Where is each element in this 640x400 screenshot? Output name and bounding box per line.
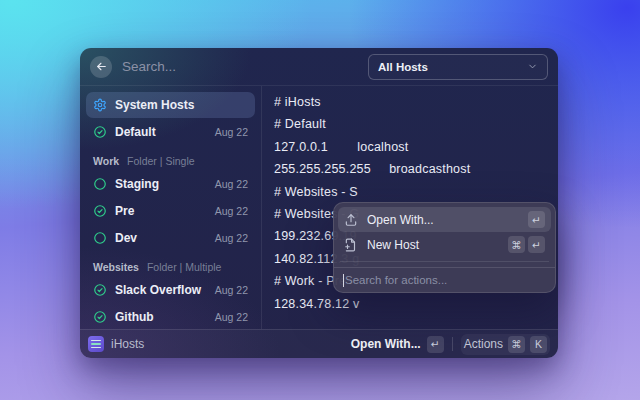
arrow-left-icon [95, 60, 108, 73]
check-circle-icon [93, 283, 107, 297]
item-date: Aug 22 [215, 311, 248, 323]
sidebar-section-header: Work Folder | Single [86, 146, 255, 171]
section-meta: Folder | Multiple [147, 261, 222, 273]
sidebar-item[interactable]: Staging Aug 22 [86, 171, 255, 197]
hosts-file-content: # iHosts# Default127.0.0.1 localhost255.… [262, 86, 558, 329]
open-with-button[interactable]: Open With... [351, 337, 421, 351]
upload-icon [344, 213, 358, 227]
item-date: Aug 22 [215, 178, 248, 190]
item-date: Aug 22 [215, 284, 248, 296]
hosts-line: 128.34.78.12 v [274, 297, 558, 319]
gear-icon [93, 98, 107, 112]
item-date: Aug 22 [215, 232, 248, 244]
key-↵: ↵ [528, 236, 545, 253]
key-return: ↵ [427, 336, 444, 353]
actions-menu: Open With... ↵ New Host ⌘↵ New Folder ⌘⇧… [333, 202, 556, 293]
section-label: Websites [93, 261, 139, 273]
title-bar: Search... All Hosts [80, 48, 558, 86]
key-k: K [530, 336, 547, 353]
hosts-filter-dropdown[interactable]: All Hosts [368, 54, 548, 80]
menu-separator [340, 261, 549, 262]
search-input[interactable]: Search... [122, 59, 358, 74]
menu-item[interactable]: Open With... ↵ [338, 207, 551, 232]
key-↵: ↵ [528, 211, 545, 228]
footer-bar: iHosts Open With... ↵ Actions ⌘ K [80, 329, 558, 358]
ihosts-app-icon [88, 336, 104, 352]
text-caret [343, 274, 344, 287]
sidebar-item[interactable]: Dev Aug 22 [86, 225, 255, 251]
actions-button[interactable]: Actions ⌘ K [461, 334, 550, 355]
circle-icon [93, 177, 107, 191]
chevron-down-icon [527, 61, 538, 72]
circle-icon [93, 231, 107, 245]
item-date: Aug 22 [215, 126, 248, 138]
ihosts-window: Search... All Hosts System Hosts Default… [80, 48, 558, 358]
shortcut-keys: ⌘↵ [508, 236, 545, 253]
section-label: Work [93, 155, 119, 167]
hosts-line: 127.0.0.1 localhost [274, 140, 558, 162]
hosts-filter-value: All Hosts [378, 61, 527, 73]
sidebar-item[interactable]: Slack Overflow Aug 22 [86, 277, 255, 303]
actions-label: Actions [464, 337, 503, 351]
sidebar-section-header: Websites Folder | Multiple [86, 252, 255, 277]
desktop-background: Search... All Hosts System Hosts Default… [0, 0, 640, 400]
hosts-line: # iHosts [274, 95, 558, 117]
sidebar-item[interactable]: Pre Aug 22 [86, 198, 255, 224]
hosts-line: # Default [274, 117, 558, 139]
actions-search-input[interactable]: Search for actions... [334, 267, 555, 292]
shortcut-keys: ↵ [528, 211, 545, 228]
key-⌘: ⌘ [508, 236, 525, 253]
footer-app-name: iHosts [111, 337, 144, 351]
item-date: Aug 22 [215, 205, 248, 217]
footer-divider [452, 337, 453, 351]
check-circle-icon [93, 204, 107, 218]
file-plus-icon [344, 238, 358, 252]
sidebar-item[interactable]: Github Aug 22 [86, 304, 255, 329]
menu-item[interactable]: New Host ⌘↵ [338, 232, 551, 257]
check-circle-icon [93, 125, 107, 139]
key-command: ⌘ [508, 336, 525, 353]
sidebar-item[interactable]: Default Aug 22 [86, 119, 255, 145]
sidebar-item[interactable]: System Hosts [86, 92, 255, 118]
window-body: System Hosts Default Aug 22 Work Folder … [80, 86, 558, 329]
back-button[interactable] [90, 56, 112, 78]
sidebar: System Hosts Default Aug 22 Work Folder … [80, 86, 262, 329]
check-circle-icon [93, 310, 107, 324]
section-meta: Folder | Single [127, 155, 195, 167]
hosts-line: 255.255.255.255 broadcasthost [274, 162, 558, 184]
